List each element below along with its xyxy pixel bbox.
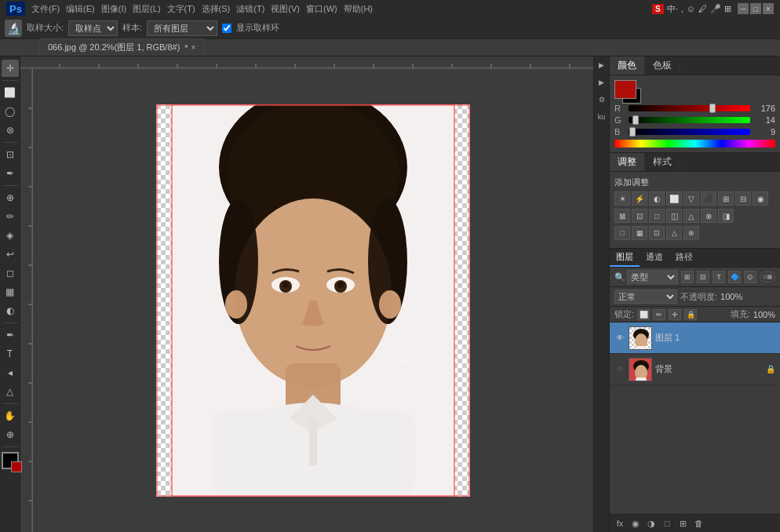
hsl-adjust[interactable]: ⬛ bbox=[701, 191, 716, 206]
spectrum-bar[interactable] bbox=[614, 140, 775, 148]
active-tab[interactable]: 066.jpg @ 20.2%(图层 1, RGB/8#) * × bbox=[39, 38, 204, 56]
layer-filter-btn-2[interactable]: ⊟ bbox=[697, 271, 709, 283]
path-select-tool[interactable]: ◂ bbox=[2, 364, 19, 381]
lasso-tool[interactable]: ◯ bbox=[2, 103, 19, 120]
layer-type-filter[interactable]: 类型 bbox=[627, 270, 678, 284]
sidebar-icon-ku[interactable]: ku bbox=[596, 111, 607, 122]
foreground-color-box[interactable] bbox=[614, 80, 636, 99]
clone-tool[interactable]: ◈ bbox=[2, 227, 19, 244]
tab-close-button[interactable]: × bbox=[191, 43, 196, 52]
bw-adjust[interactable]: ⊟ bbox=[735, 191, 751, 206]
layer-filter-toggle[interactable] bbox=[760, 271, 775, 282]
zoom-tool[interactable]: ⊕ bbox=[2, 426, 19, 443]
close-button[interactable]: × bbox=[763, 3, 774, 14]
menu-view[interactable]: 视图(V) bbox=[271, 3, 300, 15]
layer-fx-button[interactable]: fx bbox=[613, 517, 627, 530]
history-brush-tool[interactable]: ↩ bbox=[2, 246, 19, 263]
layer-filter-btn-1[interactable]: ⊞ bbox=[681, 271, 694, 283]
canvas-area[interactable]: 扫描图像 bbox=[33, 69, 593, 532]
layer-item-1[interactable]: 👁 背景 🔒 bbox=[610, 354, 780, 385]
maximize-button[interactable]: □ bbox=[750, 3, 761, 14]
r-slider-track[interactable] bbox=[629, 105, 750, 111]
shape-tool[interactable]: △ bbox=[2, 383, 19, 400]
adj-4[interactable]: △ bbox=[666, 226, 682, 240]
menu-edit[interactable]: 编辑(E) bbox=[66, 3, 95, 15]
gradient-fill-adjust[interactable]: ▦ bbox=[632, 226, 647, 240]
color-balance-adjust[interactable]: ⊞ bbox=[718, 191, 734, 206]
layer-filter-btn-5[interactable]: ⊙ bbox=[744, 271, 756, 283]
layer-adjustment-button[interactable]: ◑ bbox=[644, 517, 658, 530]
g-slider-thumb[interactable] bbox=[632, 115, 639, 125]
layers-tab[interactable]: 图层 bbox=[610, 249, 640, 267]
color-lookup-adjust[interactable]: ⊡ bbox=[632, 209, 647, 223]
brush-tool[interactable]: ✏ bbox=[2, 208, 19, 225]
lock-pixels-btn[interactable]: ✏ bbox=[653, 309, 665, 320]
dodge-tool[interactable]: ◐ bbox=[2, 302, 19, 319]
threshold-adjust[interactable]: △ bbox=[683, 209, 699, 223]
foreground-color[interactable] bbox=[2, 452, 19, 469]
quick-select-tool[interactable]: ⊛ bbox=[2, 122, 19, 139]
menu-file[interactable]: 文件(F) bbox=[31, 3, 60, 15]
gradient-map-adjust[interactable]: ⊗ bbox=[701, 209, 716, 223]
lock-transparent-btn[interactable]: ⬜ bbox=[637, 309, 650, 320]
heal-tool[interactable]: ⊕ bbox=[2, 189, 19, 206]
menu-filter[interactable]: 滤镜(T) bbox=[236, 3, 264, 15]
layer-mask-button[interactable]: ◉ bbox=[629, 517, 643, 530]
b-slider-thumb[interactable] bbox=[629, 127, 636, 137]
move-tool[interactable]: ✛ bbox=[2, 60, 19, 77]
curves-adjust[interactable]: ◐ bbox=[649, 191, 665, 206]
pen-tool[interactable]: ✒ bbox=[2, 326, 19, 344]
levels-adjust[interactable]: ⚡ bbox=[632, 191, 647, 206]
marquee-tool[interactable]: ⬜ bbox=[2, 84, 19, 101]
menu-window[interactable]: 窗口(W) bbox=[306, 3, 337, 15]
layer-1-visibility[interactable]: 👁 bbox=[614, 364, 625, 375]
layer-0-visibility[interactable]: 👁 bbox=[614, 333, 625, 344]
sidebar-icon-3[interactable]: ⚙ bbox=[596, 94, 607, 105]
hand-tool[interactable]: ✋ bbox=[2, 407, 19, 425]
layer-group-button[interactable]: □ bbox=[660, 517, 674, 530]
menu-text[interactable]: 文字(T) bbox=[167, 3, 195, 15]
menu-image[interactable]: 图像(I) bbox=[101, 3, 126, 15]
sidebar-icon-1[interactable]: ▶ bbox=[596, 60, 607, 71]
layer-delete-button[interactable]: 🗑 bbox=[691, 517, 705, 530]
color-tab[interactable]: 颜色 bbox=[610, 56, 645, 75]
eraser-tool[interactable]: ◻ bbox=[2, 264, 19, 282]
brightness-adjust[interactable]: ☀ bbox=[614, 191, 630, 206]
vibrance-adjust[interactable]: ▽ bbox=[683, 191, 699, 206]
menu-select[interactable]: 选择(S) bbox=[202, 3, 231, 15]
text-tool[interactable]: T bbox=[2, 345, 19, 363]
show-ring-checkbox[interactable] bbox=[222, 24, 231, 33]
selective-color-adjust[interactable]: ◨ bbox=[718, 209, 734, 223]
b-slider-track[interactable] bbox=[629, 129, 750, 135]
adjustments-tab[interactable]: 调整 bbox=[610, 153, 645, 171]
swatches-tab[interactable]: 色板 bbox=[645, 56, 680, 75]
posterize-adjust[interactable]: ◫ bbox=[666, 209, 682, 223]
background-color[interactable] bbox=[11, 461, 22, 472]
adj-5[interactable]: ⊗ bbox=[683, 226, 699, 240]
menu-layer[interactable]: 图层(L) bbox=[133, 3, 160, 15]
invert-adjust[interactable]: □ bbox=[649, 209, 665, 223]
sample-size-select[interactable]: 取样点 bbox=[68, 20, 118, 36]
sample-select[interactable]: 所有图层 bbox=[147, 20, 217, 36]
lock-all-btn[interactable]: 🔒 bbox=[684, 309, 697, 320]
channels-tab[interactable]: 通道 bbox=[640, 249, 669, 267]
pattern-fill-adjust[interactable]: ⊡ bbox=[649, 226, 665, 240]
lock-position-btn[interactable]: ✛ bbox=[669, 309, 681, 320]
solid-color-adjust[interactable]: □ bbox=[614, 226, 630, 240]
opacity-value[interactable]: 100% bbox=[720, 292, 742, 301]
exposure-adjust[interactable]: ⬜ bbox=[666, 191, 682, 206]
eyedropper-tool[interactable]: ✒ bbox=[2, 165, 19, 182]
g-slider-track[interactable] bbox=[629, 117, 750, 123]
channel-mixer-adjust[interactable]: ⊠ bbox=[614, 209, 630, 223]
eyedropper-tool-icon[interactable]: 🔬 bbox=[5, 20, 22, 37]
paths-tab[interactable]: 路径 bbox=[669, 249, 699, 267]
fill-value[interactable]: 100% bbox=[753, 310, 775, 319]
layer-item-0[interactable]: 👁 bbox=[610, 322, 780, 354]
menu-help[interactable]: 帮助(H) bbox=[344, 3, 373, 15]
photo-filter-adjust[interactable]: ◉ bbox=[753, 191, 768, 206]
layer-filter-btn-4[interactable]: 🔷 bbox=[728, 271, 741, 283]
gradient-tool[interactable]: ▦ bbox=[2, 283, 19, 301]
minimize-button[interactable]: ─ bbox=[738, 3, 749, 14]
styles-tab[interactable]: 样式 bbox=[645, 153, 680, 171]
layer-filter-btn-3[interactable]: T bbox=[713, 271, 725, 283]
